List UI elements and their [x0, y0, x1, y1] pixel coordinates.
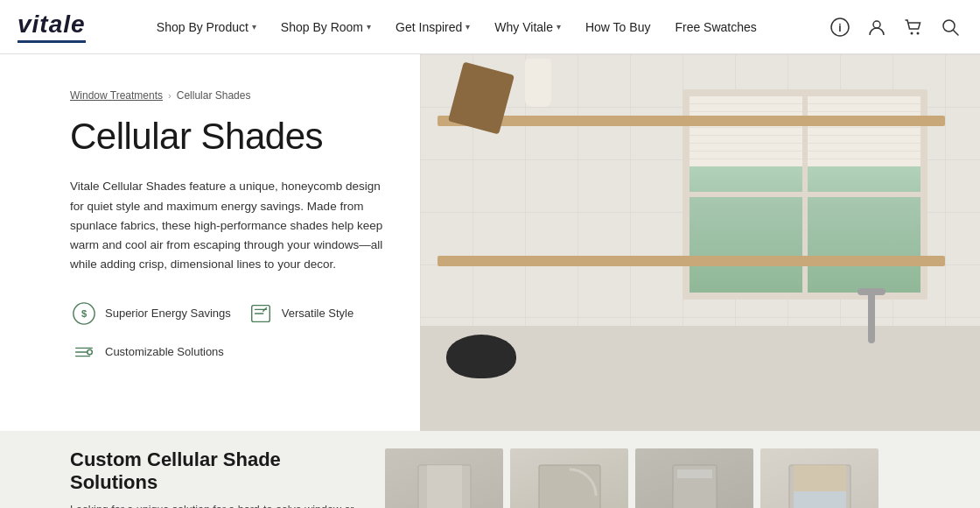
feature-energy: $ Superior Energy Savings [70, 300, 231, 328]
faucet [868, 291, 875, 343]
svg-rect-17 [794, 491, 846, 508]
faucet-head [858, 288, 886, 295]
user-icon[interactable] [864, 15, 889, 39]
nav-how-to-buy[interactable]: How To Buy [573, 13, 662, 41]
vase [525, 59, 551, 107]
logo-underline [18, 40, 86, 43]
svg-point-3 [910, 32, 913, 34]
kitchen-background [420, 54, 980, 431]
svg-text:$: $ [81, 307, 88, 318]
bottom-title: Custom Cellular Shade Solutions [70, 448, 359, 495]
svg-point-9 [88, 349, 93, 355]
site-header: vitale Shop By Product ▾ Shop By Room ▾ … [0, 0, 980, 54]
svg-rect-14 [677, 469, 712, 478]
chevron-down-icon: ▾ [556, 22, 561, 32]
style-icon [247, 300, 275, 328]
info-icon[interactable]: i [828, 15, 852, 39]
feature-customizable-label: Customizable Solutions [105, 345, 224, 358]
energy-icon: $ [70, 300, 98, 328]
bottom-image-3[interactable] [635, 448, 753, 508]
feature-style-label: Versatile Style [282, 307, 354, 320]
nav-shop-by-room[interactable]: Shop By Room ▾ [269, 13, 383, 41]
cart-icon[interactable] [901, 15, 926, 39]
feature-energy-label: Superior Energy Savings [105, 307, 231, 320]
window-divider-horizontal [690, 192, 920, 197]
shelf-bottom [438, 256, 945, 266]
bottom-images [385, 448, 910, 508]
hero-image [420, 54, 980, 431]
nav-why-vitale[interactable]: Why Vitale ▾ [482, 13, 573, 41]
nav-get-inspired[interactable]: Get Inspired ▾ [383, 13, 482, 41]
bottom-image-4[interactable] [760, 448, 878, 508]
header-icons: i [828, 15, 962, 39]
bottom-description: Looking for a unique solution for a hard… [70, 502, 359, 508]
search-icon[interactable] [938, 15, 962, 39]
page-description: Vitale Cellular Shades feature a unique,… [70, 177, 385, 274]
logo[interactable]: vitale [18, 11, 86, 43]
logo-text: vitale [18, 11, 86, 39]
bowl [446, 335, 516, 378]
main-nav: Shop By Product ▾ Shop By Room ▾ Get Ins… [144, 13, 769, 41]
svg-text:i: i [838, 22, 841, 34]
svg-rect-16 [794, 465, 846, 491]
svg-rect-12 [539, 465, 600, 508]
bottom-text-block: Custom Cellular Shade Solutions Looking … [70, 448, 359, 508]
nav-shop-by-product[interactable]: Shop By Product ▾ [144, 13, 269, 41]
nav-free-swatches[interactable]: Free Swatches [662, 13, 768, 41]
left-panel: Window Treatments › Cellular Shades Cell… [0, 54, 420, 431]
customizable-icon [70, 338, 98, 366]
breadcrumb-separator: › [168, 90, 172, 101]
feature-row-2: Customizable Solutions [70, 338, 385, 366]
features-list: $ Superior Energy Savings Versatile Styl… [70, 300, 385, 366]
svg-point-4 [916, 32, 919, 34]
breadcrumb-current: Cellular Shades [177, 89, 251, 102]
feature-row-1: $ Superior Energy Savings Versatile Styl… [70, 300, 385, 328]
breadcrumb: Window Treatments › Cellular Shades [70, 89, 385, 102]
bottom-image-1[interactable] [385, 448, 503, 508]
feature-style: Versatile Style [247, 300, 354, 328]
shelf-top [438, 116, 945, 126]
main-content: Window Treatments › Cellular Shades Cell… [0, 54, 980, 431]
chevron-down-icon: ▾ [367, 22, 371, 32]
bottom-section: Custom Cellular Shade Solutions Looking … [0, 431, 980, 508]
breadcrumb-parent-link[interactable]: Window Treatments [70, 89, 163, 102]
svg-point-2 [873, 21, 880, 28]
bottom-image-2[interactable] [510, 448, 628, 508]
page-title: Cellular Shades [70, 116, 385, 158]
chevron-down-icon: ▾ [466, 22, 470, 32]
svg-rect-11 [427, 465, 462, 508]
chevron-down-icon: ▾ [252, 22, 256, 32]
feature-customizable: Customizable Solutions [70, 338, 224, 366]
